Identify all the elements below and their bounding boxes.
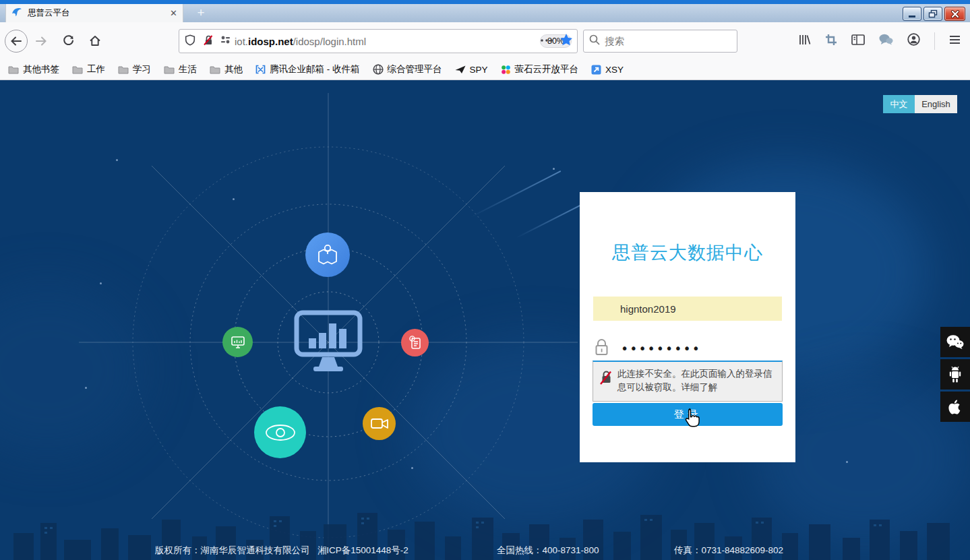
close-button[interactable] [944, 7, 965, 21]
tab-title: 思普云平台 [28, 7, 170, 19]
learn-more-link[interactable]: 详细了解 [681, 382, 718, 392]
tab-close-icon[interactable]: ✕ [170, 9, 177, 18]
bookmarks-bar: 其他书签 工作 学习 生活 其他 腾讯企业邮箱 - 收件箱 综合管理平台 SPY… [0, 59, 970, 80]
footer-hotline: 全国热线：400-8731-800 [497, 545, 599, 557]
tab-bar: 思普云平台 ✕ + [0, 4, 970, 22]
bookmark-folder-other[interactable]: 其他书签 [8, 63, 59, 75]
footer-fax: 传真：0731-84882609-802 [674, 545, 783, 557]
insecure-lock-icon[interactable] [203, 34, 215, 49]
bookmark-folder-life[interactable]: 生活 [164, 63, 197, 75]
video-camera-icon [363, 407, 396, 440]
login-page: 中文 English 思普云大数据中心 ••••••••• 此连接不安全。在此页… [0, 80, 970, 560]
screen-monitor-icon [222, 327, 253, 357]
login-card: 思普云大数据中心 ••••••••• 此连接不安全。在此页面输入的登录信息可以被… [580, 192, 795, 462]
window-controls [903, 7, 965, 21]
bookmark-star-icon[interactable] [559, 33, 573, 49]
bookmark-folder-study[interactable]: 学习 [118, 63, 151, 75]
city-skyline [0, 509, 970, 560]
restore-button[interactable] [923, 7, 942, 21]
minimize-button[interactable] [903, 7, 921, 21]
bookmark-tencent-mail[interactable]: 腾讯企业邮箱 - 收件箱 [255, 63, 360, 75]
eye-monitor-icon [254, 406, 306, 458]
address-bar[interactable]: iot.idosp.net/idosp/login.html 80% [179, 29, 578, 53]
dashboard-monitor-icon [291, 309, 365, 377]
home-button[interactable] [82, 35, 109, 46]
bookmark-folder-misc[interactable]: 其他 [210, 63, 243, 75]
language-toggle: 中文 English [883, 95, 957, 113]
library-icon[interactable] [798, 34, 811, 49]
toolbar-right-icons [798, 22, 970, 59]
favicon-swallow-icon [11, 7, 22, 20]
permissions-icon[interactable] [220, 35, 231, 47]
lang-english-button[interactable]: English [915, 95, 957, 113]
hamburger-menu-icon[interactable] [949, 35, 961, 47]
tracking-shield-icon[interactable] [185, 34, 195, 49]
active-tab[interactable]: 思普云平台 ✕ [5, 4, 183, 22]
map-location-icon [305, 232, 350, 277]
bookmark-mgmt-platform[interactable]: 综合管理平台 [373, 63, 442, 75]
search-icon [589, 34, 600, 48]
toolbar-separator [934, 32, 935, 50]
search-input[interactable] [605, 36, 719, 46]
bookmark-spy[interactable]: SPY [455, 65, 488, 75]
apple-button[interactable] [940, 392, 970, 422]
insecure-lock-icon [599, 370, 613, 390]
search-bar[interactable] [583, 30, 737, 53]
reload-button[interactable] [55, 35, 82, 46]
messenger-bubbles-icon[interactable] [879, 34, 893, 48]
lock-icon [593, 338, 610, 359]
account-icon[interactable] [907, 33, 920, 49]
sidebar-icon[interactable] [851, 34, 865, 48]
page-actions-icon[interactable] [539, 34, 554, 49]
browser-window: 思普云平台 ✕ + [0, 0, 970, 560]
mouse-cursor-pointer [682, 408, 700, 432]
lang-chinese-button[interactable]: 中文 [883, 95, 915, 113]
android-button[interactable] [940, 359, 970, 390]
social-links [940, 327, 970, 422]
bookmark-xsy[interactable]: XSY [591, 65, 624, 75]
back-button[interactable] [5, 30, 28, 53]
bookmark-ezviz[interactable]: 萤石云开放平台 [501, 63, 579, 75]
username-input[interactable] [593, 297, 782, 321]
insecure-connection-warning: 此连接不安全。在此页面输入的登录信息可以被窃取。详细了解 [593, 361, 783, 402]
footer-copyright: 版权所有：湖南华辰智通科技有限公司 湘ICP备15001448号-2 [155, 545, 408, 557]
password-field[interactable]: ••••••••• [593, 336, 782, 361]
report-document-icon [401, 329, 429, 356]
password-masked-value: ••••••••• [621, 341, 701, 356]
bookmark-folder-work[interactable]: 工作 [72, 63, 105, 75]
url-text[interactable]: iot.idosp.net/idosp/login.html [235, 36, 366, 47]
login-title: 思普云大数据中心 [580, 241, 795, 265]
star-dot [846, 461, 848, 463]
forward-button[interactable] [28, 36, 55, 46]
wechat-button[interactable] [940, 327, 970, 357]
new-tab-button[interactable]: + [191, 4, 210, 22]
screenshot-crop-icon[interactable] [825, 34, 837, 49]
navigation-toolbar: iot.idosp.net/idosp/login.html 80% [0, 22, 970, 59]
